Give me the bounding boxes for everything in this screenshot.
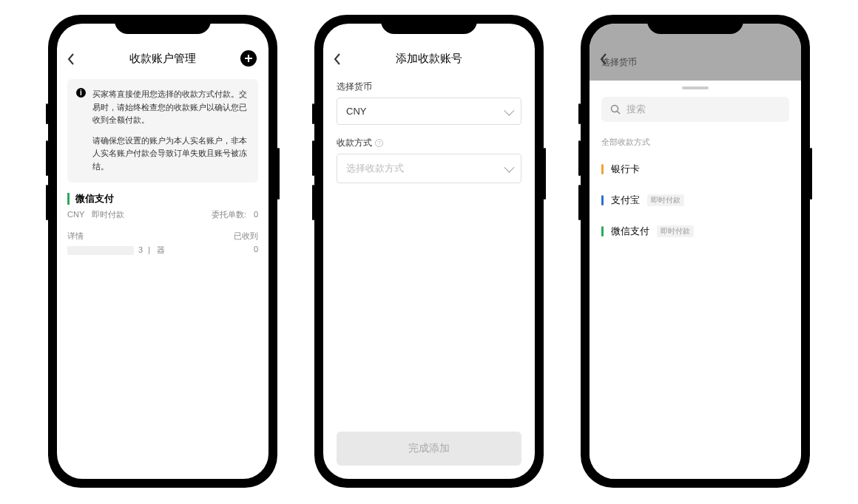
delegate-count: 0 [254, 210, 258, 219]
screen-payment-manage: 收款账户管理 i 买家将直接使用您选择的收款方式付款。交易时，请始终检查您的收款… [57, 24, 268, 479]
search-placeholder: 搜索 [626, 103, 646, 116]
search-input[interactable]: 搜索 [601, 97, 789, 122]
submit-button[interactable]: 完成添加 [337, 432, 521, 466]
sheet-title: 选择货币 [590, 52, 801, 76]
caret-down-icon [504, 163, 514, 173]
payment-method-card[interactable]: 微信支付 CNY 即时付款 委托单数: 0 详情 已收到 3 | 器 0 [67, 193, 258, 265]
back-icon[interactable] [67, 53, 75, 65]
option-label: 银行卡 [611, 163, 640, 176]
search-icon [610, 104, 621, 115]
caret-down-icon [504, 105, 514, 115]
help-icon[interactable]: ? [375, 139, 383, 147]
section-label: 全部收款方式 [590, 131, 801, 154]
option-label: 微信支付 [611, 225, 649, 238]
phone-frame-1: 收款账户管理 i 买家将直接使用您选择的收款方式付款。交易时，请始终检查您的收款… [48, 15, 277, 488]
svg-line-1 [618, 112, 621, 115]
option-label: 支付宝 [611, 194, 640, 207]
color-bar-icon [601, 226, 604, 236]
color-bar-icon [601, 195, 604, 205]
option-bank-card[interactable]: 银行卡 [590, 154, 801, 185]
detail-label: 详情 [67, 231, 84, 242]
bottom-sheet: 搜索 全部收款方式 银行卡 支付宝 即时付款 微信支付 即时付款 [590, 78, 801, 479]
drag-handle[interactable] [682, 86, 709, 89]
back-icon[interactable] [600, 53, 607, 65]
page-title: 收款账户管理 [129, 52, 196, 66]
phone-frame-3: 选择货币 搜索 全部收款方式 银行卡 支付宝 即时付款 [581, 15, 810, 488]
notice-line-1: 买家将直接使用您选择的收款方式付款。交易时，请始终检查您的收款账户以确认您已收到… [92, 88, 248, 127]
instant-tag: 即时付款 [647, 194, 684, 206]
method-placeholder: 选择收款方式 [346, 162, 404, 175]
svg-point-0 [612, 106, 618, 112]
masked-account: 3 | 器 [67, 245, 165, 256]
option-wechat-pay[interactable]: 微信支付 即时付款 [590, 216, 801, 247]
color-bar-icon [601, 164, 604, 174]
back-icon[interactable] [334, 53, 341, 65]
notice-line-2: 请确保您设置的账户为本人实名账户，非本人实名账户付款会导致订单失败且账号被冻结。 [92, 134, 248, 174]
phone-frame-2: 添加收款账号 选择货币 CNY 收款方式 ? 选择收款方式 完成添加 [314, 15, 544, 488]
received-label: 已收到 [234, 231, 258, 242]
screen-add-account: 添加收款账号 选择货币 CNY 收款方式 ? 选择收款方式 完成添加 [323, 24, 535, 479]
currency-value: CNY [346, 106, 366, 117]
notice-box: i 买家将直接使用您选择的收款方式付款。交易时，请始终检查您的收款账户以确认您已… [67, 79, 258, 183]
page-title: 添加收款账号 [396, 52, 462, 66]
method-select[interactable]: 选择收款方式 [337, 154, 521, 183]
option-alipay[interactable]: 支付宝 即时付款 [590, 185, 801, 216]
currency-label: 选择货币 [337, 81, 521, 93]
method-label: 收款方式 ? [337, 137, 521, 149]
delegate-label: 委托单数: [212, 209, 246, 220]
instant-tag: 即时付款 [657, 225, 694, 237]
method-currency: CNY [67, 210, 84, 219]
currency-select[interactable]: CNY [337, 98, 521, 125]
method-name: 微信支付 [75, 192, 114, 205]
method-instant: 即时付款 [92, 209, 124, 220]
add-button[interactable] [240, 50, 257, 67]
received-count: 0 [254, 245, 258, 256]
info-icon: i [76, 88, 86, 98]
screen-pick-method: 选择货币 搜索 全部收款方式 银行卡 支付宝 即时付款 [590, 24, 801, 479]
